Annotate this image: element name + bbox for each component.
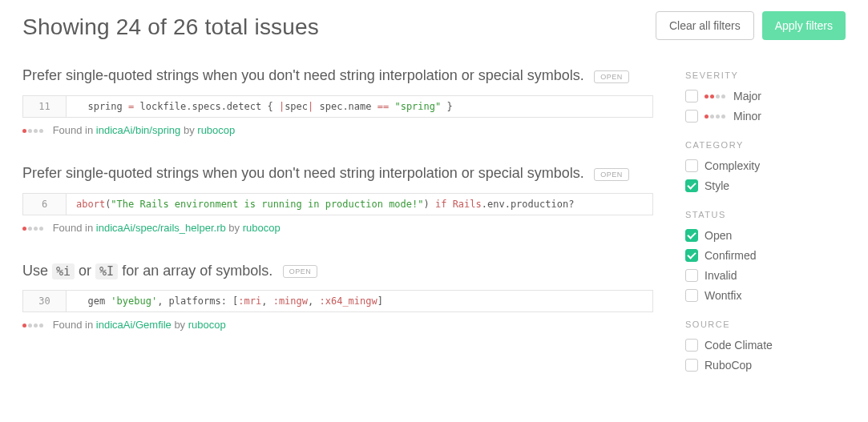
status-badge[interactable]: OPEN	[594, 168, 629, 181]
checkbox-icon	[685, 90, 698, 102]
filter-category-style[interactable]: Style	[685, 179, 846, 192]
filter-label: Style	[704, 179, 729, 192]
issue-title[interactable]: Use %i or %I for an array of symbols.	[22, 263, 273, 279]
filter-severity-major[interactable]: Major	[685, 90, 846, 102]
checkbox-icon	[685, 359, 698, 372]
filter-severity-minor[interactable]: Minor	[685, 110, 846, 123]
severity-dots-icon	[22, 324, 43, 328]
found-in-label: Found in	[53, 222, 96, 234]
filter-status-confirmed[interactable]: Confirmed	[685, 249, 846, 262]
filter-label: Invalid	[704, 269, 737, 282]
code-inline: %I	[95, 263, 118, 279]
filter-heading: CATEGORY	[685, 140, 846, 150]
issue-meta: Found in indicaAi/spec/rails_helper.rb b…	[22, 222, 653, 234]
by-label: by	[226, 222, 243, 234]
code-snippet: 11 spring = lockfile.specs.detect { |spe…	[22, 95, 653, 118]
checkbox-icon	[685, 110, 698, 123]
filter-source-rubocop[interactable]: RuboCop	[685, 359, 846, 372]
checkbox-checked-icon	[685, 229, 698, 242]
issue-title[interactable]: Prefer single-quoted strings when you do…	[22, 67, 584, 83]
filter-category-complexity[interactable]: Complexity	[685, 159, 846, 172]
file-link[interactable]: indicaAi/bin/spring	[96, 124, 181, 136]
checkbox-icon	[685, 289, 698, 302]
found-in-label: Found in	[53, 319, 96, 331]
issue-meta: Found in indicaAi/bin/spring by rubocop	[22, 124, 653, 136]
filter-label: Open	[704, 229, 732, 242]
severity-dots-icon	[704, 115, 725, 119]
severity-dots-icon	[704, 94, 725, 98]
apply-filters-button[interactable]: Apply filters	[762, 11, 846, 40]
checkbox-icon	[685, 269, 698, 282]
issue-item: Prefer single-quoted strings when you do…	[22, 162, 653, 234]
status-badge[interactable]: OPEN	[594, 70, 629, 83]
filter-label: Wontfix	[704, 289, 741, 302]
filter-section-source: SOURCE Code Climate RuboCop	[685, 320, 846, 372]
line-number: 6	[23, 194, 67, 215]
severity-dots-icon	[22, 129, 43, 133]
code-content: abort("The Rails environment is running …	[67, 194, 583, 215]
by-label: by	[172, 319, 188, 331]
checkbox-checked-icon	[685, 179, 698, 192]
filter-label: RuboCop	[704, 359, 752, 372]
filter-status-invalid[interactable]: Invalid	[685, 269, 846, 282]
filter-label: Major	[733, 90, 761, 102]
issue-title[interactable]: Prefer single-quoted strings when you do…	[22, 165, 584, 181]
filter-label: Minor	[733, 110, 761, 123]
filter-heading: SOURCE	[685, 320, 846, 329]
filter-section-status: STATUS Open Confirmed Invalid Wontfix	[685, 210, 846, 302]
code-content: gem 'byebug', platforms: [:mri, :mingw, …	[67, 291, 393, 311]
issue-item: Use %i or %I for an array of symbols. OP…	[22, 259, 653, 332]
line-number: 30	[23, 291, 67, 311]
filter-label: Code Climate	[704, 339, 773, 352]
clear-filters-button[interactable]: Clear all filters	[656, 11, 754, 40]
found-in-label: Found in	[53, 124, 96, 136]
filter-heading: SEVERITY	[685, 70, 846, 80]
code-content: spring = lockfile.specs.detect { |spec| …	[67, 96, 462, 117]
filter-label: Complexity	[704, 159, 760, 172]
issue-item: Prefer single-quoted strings when you do…	[22, 64, 653, 136]
status-badge[interactable]: OPEN	[283, 265, 318, 278]
filter-heading: STATUS	[685, 210, 846, 219]
checkbox-icon	[685, 339, 698, 352]
filter-source-codeclimate[interactable]: Code Climate	[685, 339, 846, 352]
file-link[interactable]: indicaAi/spec/rails_helper.rb	[96, 222, 226, 234]
filter-label: Confirmed	[704, 249, 757, 262]
line-number: 11	[23, 96, 67, 117]
checkbox-checked-icon	[685, 249, 698, 262]
file-link[interactable]: indicaAi/Gemfile	[96, 319, 172, 331]
engine-link[interactable]: rubocop	[188, 319, 226, 331]
filter-status-wontfix[interactable]: Wontfix	[685, 289, 846, 302]
engine-link[interactable]: rubocop	[243, 222, 281, 234]
page-title: Showing 24 of 26 total issues	[22, 14, 319, 40]
filter-section-category: CATEGORY Complexity Style	[685, 140, 846, 192]
filter-section-severity: SEVERITY Major Minor	[685, 70, 846, 123]
severity-dots-icon	[22, 227, 43, 231]
engine-link[interactable]: rubocop	[197, 124, 235, 136]
code-snippet: 6 abort("The Rails environment is runnin…	[22, 193, 653, 215]
checkbox-icon	[685, 159, 698, 172]
code-inline: %i	[52, 263, 75, 279]
code-snippet: 30 gem 'byebug', platforms: [:mri, :ming…	[22, 290, 653, 312]
issue-meta: Found in indicaAi/Gemfile by rubocop	[22, 319, 653, 331]
filter-status-open[interactable]: Open	[685, 229, 846, 242]
by-label: by	[180, 124, 197, 136]
